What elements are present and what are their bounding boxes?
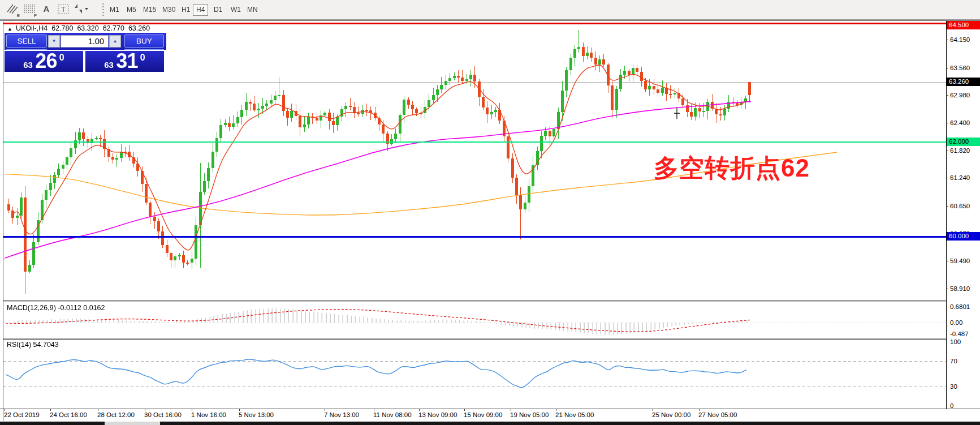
chart-text-annotation[interactable]: 多空转折点62 [654, 152, 810, 185]
arrows-tool-icon[interactable] [72, 2, 88, 18]
macd-name: MACD(12,26,9) [7, 304, 56, 312]
price-axis-tick: 59.490 [950, 257, 970, 265]
volume-decrease-button[interactable]: ▼ [48, 35, 60, 48]
time-axis-label: 13 Nov 09:00 [418, 411, 457, 418]
macd-axis-tick: 0.6801 [950, 303, 970, 311]
buy-price-big: 31 [116, 49, 137, 72]
price-axis-tick: 61.820 [950, 147, 970, 154]
price-axis-tickmark [946, 289, 948, 289]
time-axis-label: 1 Nov 16:00 [191, 411, 226, 418]
rsi-axis-tick: 100 [950, 338, 961, 346]
sell-price-prefix: 63 [23, 60, 33, 70]
time-axis-label: 21 Nov 05:00 [555, 411, 594, 418]
time-axis-tickmark [50, 409, 51, 411]
low-value: 62.770 [103, 24, 124, 32]
time-axis-tickmark [145, 409, 145, 411]
collapse-panel-icon[interactable]: ▲ [7, 26, 12, 32]
timeframe-button-m1[interactable]: M1 [106, 4, 123, 16]
time-axis-tickmark [419, 409, 420, 411]
buy-price-sup: 0 [140, 53, 145, 62]
chart-tab-strip[interactable] [0, 422, 105, 425]
price-level-badge: 64.500 [947, 21, 980, 29]
time-axis-label: 7 Nov 13:00 [324, 411, 359, 418]
price-axis-tick: 58.910 [950, 285, 970, 293]
rsi-name: RSI(14) [7, 341, 31, 349]
timeframe-button-w1[interactable]: W1 [227, 4, 244, 16]
trendlines-tool-icon[interactable]: E [5, 2, 20, 18]
panel-separator [3, 302, 947, 302]
time-axis-label: 27 Nov 05:00 [698, 411, 737, 418]
toolbar-separator [102, 3, 104, 16]
rsi-value: 54.7043 [33, 341, 59, 349]
timeframe-button-m5[interactable]: M5 [123, 4, 140, 16]
timeframe-button-m15[interactable]: M15 [140, 4, 159, 16]
chart-ohlc-header: ▲UKOil-,H462.78063.32062.77063.260 [7, 24, 154, 32]
rsi-axis-tick: 30 [950, 383, 957, 390]
text-box-tool-icon[interactable]: T [55, 2, 71, 18]
timeframe-button-m30[interactable]: M30 [159, 4, 179, 16]
sell-price-display[interactable]: 63 26 0 [5, 51, 83, 72]
price-axis-tickmark [946, 261, 948, 261]
time-axis-tickmark [5, 409, 5, 411]
buy-price-prefix: 63 [104, 60, 114, 70]
rsi-indicator-canvas[interactable] [3, 340, 946, 409]
time-axis-label: 30 Oct 16:00 [144, 411, 182, 418]
timeframe-button-h4[interactable]: H4 [193, 4, 208, 16]
rsi-axis-tick: 70 [950, 357, 957, 365]
sell-price-sup: 0 [59, 53, 64, 62]
buy-button[interactable]: BUY [124, 35, 164, 48]
time-axis-tickmark [556, 409, 556, 411]
time-axis-label: 25 Nov 00:00 [652, 411, 690, 418]
sell-price-big: 26 [35, 49, 57, 72]
price-axis-tick: 62.400 [950, 119, 970, 127]
panel-separator [3, 339, 947, 340]
macd-values: -0.0112 0.0162 [58, 304, 105, 312]
time-axis-tickmark [653, 409, 653, 411]
time-axis-tickmark [325, 409, 325, 411]
volume-increase-button[interactable]: ▲ [109, 35, 121, 48]
price-level-badge: 63.260 [947, 78, 980, 86]
price-axis-tickmark [946, 206, 948, 207]
macd-label: MACD(12,26,9) -0.0112 0.0162 [7, 304, 105, 312]
rsi-axis-tick: 0 [950, 402, 953, 410]
time-axis-tickmark [699, 409, 700, 411]
sell-button[interactable]: SELL [6, 35, 47, 48]
volume-input[interactable] [61, 35, 109, 48]
symbol-label: UKOil-,H4 [16, 24, 48, 32]
chart-tab-active[interactable] [105, 422, 160, 425]
price-axis-tick: 60.650 [950, 202, 970, 210]
timeframe-button-h1[interactable]: H1 [178, 4, 193, 16]
time-axis-tickmark [464, 409, 465, 411]
time-axis-label: 15 Nov 09:00 [464, 411, 502, 418]
timeframe-button-mn[interactable]: MN [244, 4, 261, 16]
price-axis-tickmark [946, 40, 948, 40]
macd-axis-tick: -0.487 [950, 330, 969, 338]
one-click-trading-panel: SELL ▼ ▲ BUY 63 26 0 63 31 0 [5, 33, 166, 72]
price-axis-tick: 64.150 [950, 36, 970, 44]
panel-separator[interactable] [3, 300, 947, 301]
chart-tab-strip[interactable] [160, 422, 980, 425]
time-axis-label: 19 Nov 05:00 [510, 411, 549, 418]
time-axis-label: 24 Oct 16:00 [50, 411, 87, 418]
sell-underline [6, 49, 47, 50]
price-axis-tickmark [946, 123, 948, 123]
fibonacci-grid-tool-icon[interactable]: F [21, 2, 37, 18]
time-axis-tickmark [511, 409, 511, 411]
time-axis-border [0, 409, 980, 409]
price-axis-tickmark [946, 95, 948, 96]
time-axis-label: 5 Nov 13:00 [239, 411, 274, 418]
panel-separator[interactable] [3, 338, 947, 338]
time-axis-tickmark [374, 409, 374, 411]
macd-axis-tick: 0.00 [950, 319, 962, 327]
timeframe-button-d1[interactable]: D1 [210, 4, 226, 16]
close-value: 63.260 [128, 24, 150, 32]
time-axis-tickmark [98, 409, 98, 411]
price-axis-tickmark [946, 178, 948, 178]
rsi-label: RSI(14) 54.7043 [7, 341, 59, 349]
svg-text:T: T [61, 5, 66, 14]
buy-price-display[interactable]: 63 31 0 [85, 51, 164, 72]
text-label-tool-icon[interactable]: A [38, 2, 54, 18]
open-value: 62.780 [51, 24, 73, 32]
trading-platform-window: EFAT M1M5M15M30H1H4D1W1MN ▲UKOil-,H462.7… [0, 0, 980, 425]
macd-indicator-canvas[interactable] [3, 302, 946, 337]
